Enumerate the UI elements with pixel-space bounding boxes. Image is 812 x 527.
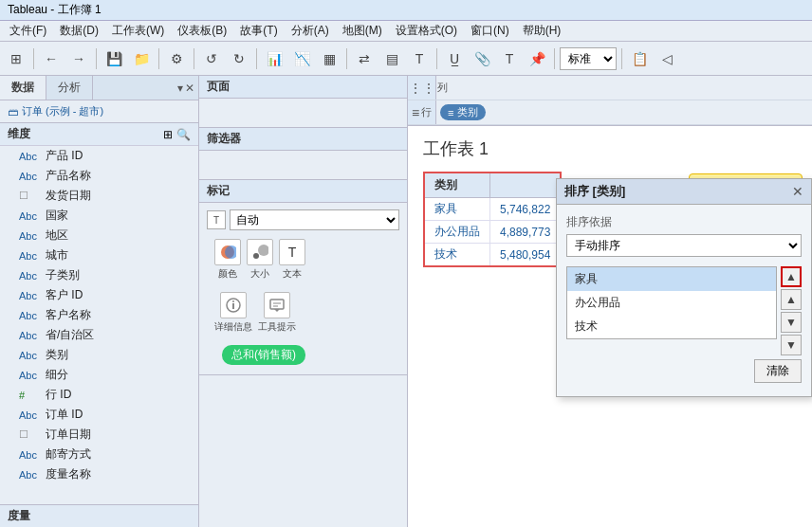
toolbar-open[interactable]: 📁 (129, 46, 154, 71)
marks-color-btn[interactable]: 颜色 (214, 239, 241, 281)
toolbar-undo[interactable]: ↺ (199, 46, 224, 71)
toolbar: ⊞ ← → 💾 📁 ⚙ ↺ ↻ 📊 📉 ▦ ⇄ ▤ T U̲ 📎 T 📌 标准 … (0, 42, 812, 76)
menu-data[interactable]: 数据(D) (54, 21, 104, 41)
sort-item-tech[interactable]: 技术 (567, 315, 776, 338)
menu-map[interactable]: 地图(M) (337, 21, 388, 41)
toolbar-sep-9 (621, 48, 622, 69)
sort-down-button[interactable]: ▼ (781, 312, 802, 333)
toolbar-label[interactable]: T (407, 46, 432, 71)
dim-grid-icon[interactable]: ⊞ (163, 128, 173, 141)
field-subcategory[interactable]: Abc 子类别 (0, 265, 198, 285)
sort-up-button[interactable]: ▲ (781, 289, 802, 310)
marks-text-btn[interactable]: T 文本 (279, 239, 305, 281)
menu-format[interactable]: 设置格式(O) (390, 21, 463, 41)
sort-by-dropdown[interactable]: 手动排序 (566, 234, 802, 257)
field-segment[interactable]: Abc 细分 (0, 365, 198, 385)
toolbar-new[interactable]: ⊞ (4, 46, 28, 71)
toolbar-sep-8 (554, 48, 555, 69)
toolbar-group[interactable]: ▤ (379, 46, 404, 71)
field-ship-date[interactable]: ☐ 发货日期 (0, 186, 198, 206)
clear-button[interactable]: 清除 (754, 359, 802, 383)
sort-item-furniture[interactable]: 家具 (567, 267, 776, 291)
toolbar-forward[interactable]: → (66, 46, 91, 71)
toolbar-back[interactable]: ← (39, 46, 64, 71)
dimensions-header: 维度 ⊞ 🔍 (0, 123, 198, 146)
field-country[interactable]: Abc 国家 (0, 206, 198, 226)
field-measure-name[interactable]: Abc 度量名称 (0, 464, 198, 484)
toolbar-datasource[interactable]: ⚙ (164, 46, 189, 71)
table-header-category: 类别 (424, 173, 490, 198)
field-label: 订单 ID (46, 407, 83, 423)
marks-tooltip-btn[interactable]: 工具提示 (258, 292, 296, 334)
menu-analysis[interactable]: 分析(A) (286, 21, 335, 41)
toolbar-underline[interactable]: U̲ (442, 46, 467, 71)
dimensions-label: 维度 (8, 126, 30, 142)
marks-detail-btn[interactable]: 详细信息 (214, 292, 252, 334)
field-region[interactable]: Abc 地区 (0, 226, 198, 245)
left-panel-close-icon[interactable]: ✕ (185, 82, 194, 95)
field-list: Abc 产品 ID Abc 产品名称 ☐ 发货日期 Abc 国家 Abc 地区 … (0, 146, 198, 504)
worksheet-title: 工作表 1 (423, 137, 797, 160)
field-type-icon: Abc (19, 469, 42, 481)
toolbar-show-me[interactable]: 📋 (627, 46, 652, 71)
dialog-close-button[interactable]: ✕ (792, 184, 803, 199)
size-icon (247, 239, 273, 265)
sum-badge[interactable]: 总和(销售额) (222, 345, 305, 365)
dialog-title-bar: 排序 [类别] ✕ (557, 179, 811, 205)
toolbar-save[interactable]: 💾 (102, 46, 126, 71)
toolbar-text2[interactable]: T (497, 46, 522, 71)
marks-detail-row: 详细信息 工具提示 (207, 286, 399, 339)
sort-down-bottom-button[interactable]: ▼ (781, 335, 802, 355)
sort-dialog: 排序 [类别] ✕ 排序依据 手动排序 家具 办公用品 技术 (556, 178, 812, 397)
toolbar-pin[interactable]: 📌 (525, 46, 549, 71)
tab-data[interactable]: 数据 (0, 76, 46, 100)
toolbar-redo[interactable]: ↻ (227, 46, 251, 71)
category-pill[interactable]: ≡ 类别 (440, 104, 486, 120)
data-source-label[interactable]: 🗃 订单 (示例 - 超市) (0, 100, 198, 123)
tab-analysis[interactable]: 分析 (46, 76, 93, 100)
toolbar-chart2[interactable]: 📉 (289, 46, 314, 71)
menu-file[interactable]: 文件(F) (4, 21, 52, 41)
toolbar-clip[interactable]: 📎 (470, 46, 494, 71)
dim-search-icon[interactable]: 🔍 (176, 128, 191, 141)
row-cat-furniture: 家具 (424, 198, 490, 221)
row-cat-office: 办公用品 (424, 221, 490, 244)
menu-dashboard[interactable]: 仪表板(B) (172, 21, 232, 41)
field-type-icon: Abc (19, 250, 42, 262)
field-ship-mode[interactable]: Abc 邮寄方式 (0, 445, 198, 464)
field-order-id[interactable]: Abc 订单 ID (0, 405, 198, 425)
menu-worksheet[interactable]: 工作表(W) (106, 21, 170, 41)
field-customer-name[interactable]: Abc 客户名称 (0, 305, 198, 325)
field-order-date[interactable]: ☐ 订单日期 (0, 425, 198, 445)
field-row-id[interactable]: # 行 ID (0, 385, 198, 405)
toolbar-chart1[interactable]: 📊 (262, 46, 286, 71)
menu-story[interactable]: 故事(T) (234, 21, 283, 41)
filters-label: 筛选器 (199, 128, 407, 151)
field-province[interactable]: Abc 省/自治区 (0, 325, 198, 345)
toolbar-collapse[interactable]: ◁ (655, 46, 679, 71)
field-product-name[interactable]: Abc 产品名称 (0, 166, 198, 186)
view-size-dropdown[interactable]: 标准 (560, 47, 617, 70)
sort-item-office[interactable]: 办公用品 (567, 291, 776, 315)
toolbar-chart3[interactable]: ▦ (317, 46, 341, 71)
menu-window[interactable]: 窗口(N) (465, 21, 515, 41)
field-product-id[interactable]: Abc 产品 ID (0, 146, 198, 166)
pages-section: 页面 (199, 76, 407, 128)
left-panel-more-icon[interactable]: ▾ (177, 82, 183, 95)
sort-up-top-button[interactable]: ▲ (781, 266, 802, 287)
columns-label: ⋮⋮⋮ 列 (408, 76, 436, 100)
field-city[interactable]: Abc 城市 (0, 245, 198, 265)
table-header-value (490, 173, 562, 198)
pill-icon: ≡ (448, 107, 453, 118)
toolbar-sep-4 (194, 48, 194, 69)
field-label: 省/自治区 (46, 327, 94, 343)
field-type-icon: # (19, 390, 42, 401)
toolbar-swap[interactable]: ⇄ (352, 46, 377, 71)
field-type-icon: Abc (19, 350, 42, 361)
marks-type-dropdown[interactable]: 自动 (230, 209, 399, 230)
field-category[interactable]: Abc 类别 (0, 345, 198, 365)
menu-help[interactable]: 帮助(H) (517, 21, 567, 41)
marks-size-btn[interactable]: 大小 (247, 239, 273, 281)
row-cat-tech: 技术 (424, 244, 490, 267)
field-customer-id[interactable]: Abc 客户 ID (0, 285, 198, 305)
